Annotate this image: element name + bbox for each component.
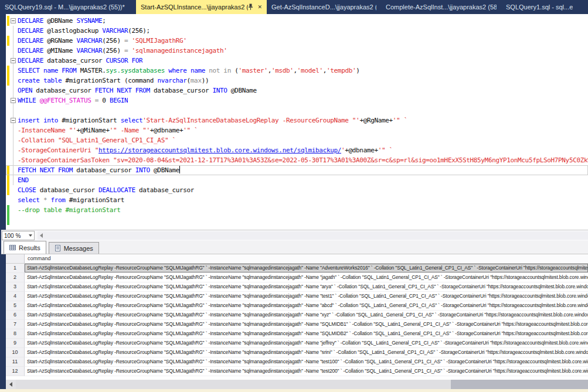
code-line[interactable]: WHILE @@FETCH_STATUS = 0 BEGIN [6, 96, 588, 105]
table-row[interactable]: 5Start-AzSqlInstanceDatabaseLogReplay -R… [6, 301, 588, 311]
code-line[interactable]: DECLARE @lastlogbackup VARCHAR(256); [6, 26, 588, 36]
table-row[interactable]: 10Start-AzSqlInstanceDatabaseLogReplay -… [6, 348, 588, 357]
table-row[interactable]: 1Start-AzSqlInstanceDatabaseLogReplay -R… [6, 264, 588, 273]
editor-tab-active[interactable]: Start-AzSQLInstance...\jjayaprakas2 (57)… [136, 0, 267, 14]
command-cell[interactable]: Start-AzSqlInstanceDatabaseLogReplay -Re… [25, 311, 588, 320]
code-line[interactable] [6, 105, 588, 115]
collapse-toggle-icon[interactable] [11, 118, 16, 123]
row-number[interactable]: 6 [6, 311, 25, 320]
table-row[interactable]: 3Start-AzSqlInstanceDatabaseLogReplay -R… [6, 282, 588, 292]
grid-h-scrollbar[interactable] [6, 380, 588, 389]
table-row[interactable]: 12Start-AzSqlInstanceDatabaseLogReplay -… [6, 367, 588, 376]
command-cell[interactable]: Start-AzSqlInstanceDatabaseLogReplay -Re… [25, 320, 588, 329]
command-cell[interactable]: Start-AzSqlInstanceDatabaseLogReplay -Re… [25, 282, 588, 292]
row-number[interactable]: 4 [6, 292, 25, 301]
command-cell[interactable]: Start-AzSqlInstanceDatabaseLogReplay -Re… [25, 292, 588, 301]
scroll-left-icon[interactable] [40, 233, 43, 238]
code-line[interactable]: DECLARE @MIName VARCHAR(256) = 'sqlmanag… [6, 46, 588, 56]
table-row[interactable]: 11Start-AzSqlInstanceDatabaseLogReplay -… [6, 357, 588, 367]
command-cell[interactable]: Start-AzSqlInstanceDatabaseLogReplay -Re… [25, 301, 588, 311]
grid-corner-cell[interactable] [6, 254, 25, 263]
table-row[interactable]: 8Start-AzSqlInstanceDatabaseLogReplay -R… [6, 329, 588, 339]
table-row[interactable]: 7Start-AzSqlInstanceDatabaseLogReplay -R… [6, 320, 588, 329]
row-number[interactable]: 1 [6, 264, 25, 273]
code-line[interactable]: -Collation "SQL_Latin1_General_CP1_CI_AS… [6, 135, 588, 145]
collapse-toggle-icon[interactable] [11, 58, 16, 63]
code-token: #migrationStart (command [62, 77, 157, 84]
code-line[interactable]: -StorageContainerSasToken "sv=2020-08-04… [6, 155, 588, 165]
code-line[interactable]: -StorageContainerUri "https://storageacc… [6, 145, 588, 155]
editor-left-margin-strip [0, 14, 6, 389]
code-line[interactable]: --drop table #migrationStart [6, 205, 588, 215]
editor-tab[interactable]: Complete-AzSqlInst...\jjayaprakas2 (58)) [381, 0, 501, 14]
pin-icon[interactable] [248, 4, 253, 11]
code-token: database_cursor [32, 87, 95, 94]
table-row[interactable]: 9Start-AzSqlInstanceDatabaseLogReplay -R… [6, 339, 588, 348]
collapse-toggle-icon[interactable] [11, 98, 16, 103]
code-line[interactable]: SELECT name FROM MASTER.sys.sysdatabases… [6, 66, 588, 76]
code-token: @MIName [43, 47, 76, 54]
editor-tab[interactable]: SQLQuery19.sql - M...\jjayaprakas2 (55))… [0, 0, 136, 14]
code-line[interactable]: select * from #migrationStart [6, 195, 588, 205]
command-cell[interactable]: Start-AzSqlInstanceDatabaseLogReplay -Re… [25, 273, 588, 282]
code-line[interactable]: DECLARE @DBName SYSNAME; [6, 16, 588, 26]
close-icon[interactable]: ✕ [257, 4, 262, 10]
fold-margin [9, 145, 18, 155]
tab-messages[interactable]: Messages [49, 242, 99, 254]
code-line[interactable]: insert into #migrationStart select'Start… [6, 115, 588, 125]
row-number[interactable]: 11 [6, 357, 25, 367]
fold-margin [9, 115, 18, 125]
row-number[interactable]: 10 [6, 348, 25, 357]
fold-margin [9, 16, 18, 26]
row-number[interactable]: 7 [6, 320, 25, 329]
fold-margin [9, 96, 18, 105]
row-number[interactable]: 12 [6, 367, 25, 376]
row-number[interactable]: 2 [6, 273, 25, 282]
row-number[interactable]: 9 [6, 339, 25, 348]
editor-h-scrollbar[interactable] [38, 231, 588, 240]
fold-margin [9, 165, 18, 175]
command-cell[interactable]: Start-AzSqlInstanceDatabaseLogReplay -Re… [25, 329, 588, 339]
fold-margin [9, 56, 18, 66]
fold-margin [9, 36, 18, 46]
zoom-select[interactable]: 100 % [2, 231, 35, 240]
command-cell[interactable]: Start-AzSqlInstanceDatabaseLogReplay -Re… [25, 348, 588, 357]
row-number[interactable]: 5 [6, 301, 25, 311]
messages-icon [55, 245, 61, 251]
row-number[interactable]: 8 [6, 329, 25, 339]
grid-column-header-command[interactable]: command [25, 254, 588, 263]
code-line[interactable]: -InstanceName "'+@MiName+'" -Name "'+@db… [6, 125, 588, 135]
code-line[interactable]: CLOSE database_cursor DEALLOCATE databas… [6, 185, 588, 195]
code-line[interactable]: DECLARE @RGName VARCHAR(256) = 'SQLMIJag… [6, 36, 588, 46]
scrollbar-track[interactable] [451, 380, 588, 389]
fold-margin [9, 155, 18, 165]
code-line[interactable]: FETCH NEXT FROM database_cursor INTO @DB… [6, 165, 588, 175]
table-row[interactable]: 4Start-AzSqlInstanceDatabaseLogReplay -R… [6, 292, 588, 301]
scroll-left-button[interactable] [6, 380, 16, 389]
code-line[interactable]: OPEN database_cursor FETCH NEXT FROM dat… [6, 86, 588, 96]
code-line[interactable]: create table #migrationStart (command nv… [6, 76, 588, 86]
code-token: 'msdb' [271, 67, 294, 74]
code-editor[interactable]: DECLARE @DBName SYSNAME;DECLARE @lastlog… [6, 14, 588, 230]
code-token: DECLARE [18, 17, 43, 25]
table-row[interactable]: 6Start-AzSqlInstanceDatabaseLogReplay -R… [6, 311, 588, 320]
code-token: +@dbname+ [150, 127, 183, 134]
editor-tab[interactable]: Get-AzSqlInstanceD...\jjayaprakas2 (59)) [267, 0, 381, 14]
code-text: -InstanceName "'+@MiName+'" -Name "'+@db… [18, 125, 198, 135]
code-line[interactable]: END [6, 175, 588, 185]
fold-margin [9, 46, 18, 56]
command-cell[interactable]: Start-AzSqlInstanceDatabaseLogReplay -Re… [25, 357, 588, 367]
tab-results[interactable]: Results [4, 241, 46, 254]
scrollbar-thumb[interactable] [16, 380, 451, 389]
collapse-toggle-icon[interactable] [11, 18, 16, 23]
command-cell[interactable]: Start-AzSqlInstanceDatabaseLogReplay -Re… [25, 264, 588, 273]
code-text: DECLARE @lastlogbackup VARCHAR(256); [18, 26, 150, 36]
code-token: @lastlogbackup [43, 27, 102, 35]
command-cell[interactable]: Start-AzSqlInstanceDatabaseLogReplay -Re… [25, 367, 588, 376]
code-line[interactable]: DECLARE database_cursor CURSOR FOR [6, 56, 588, 66]
table-row[interactable]: 2Start-AzSqlInstanceDatabaseLogReplay -R… [6, 273, 588, 282]
command-cell[interactable]: Start-AzSqlInstanceDatabaseLogReplay -Re… [25, 339, 588, 348]
row-number[interactable]: 3 [6, 282, 25, 292]
editor-tab[interactable]: SQLQuery1.sql - sql...e [501, 0, 588, 14]
code-line[interactable] [6, 215, 588, 225]
